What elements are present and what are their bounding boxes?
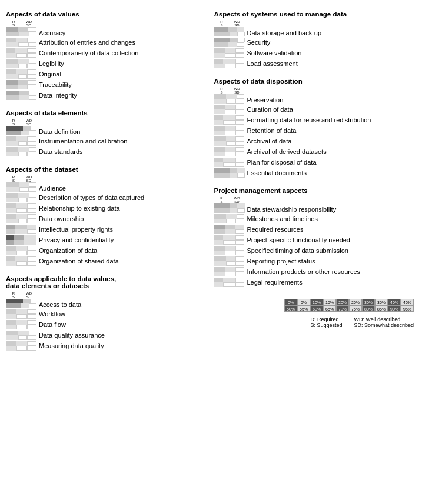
bar-segment [16, 69, 27, 74]
bar-bottom-row [6, 95, 36, 100]
item-row: Project-specific functionality needed [214, 235, 417, 245]
bar-segment [235, 240, 245, 245]
section-title: Aspects of data elements [6, 109, 208, 116]
bar-segment [27, 341, 36, 346]
bar-segment [235, 105, 245, 109]
bar-top-row [214, 126, 245, 131]
bar-segment [6, 314, 16, 319]
bar-segment [230, 32, 237, 36]
bar-segment [214, 282, 224, 287]
item-label: Project-specific functionality needed [247, 236, 350, 243]
bar-segment [6, 187, 19, 192]
legend-cell: 50% [284, 305, 297, 312]
bar-top-row [214, 246, 245, 251]
item-label: Measuring data quality [39, 342, 104, 349]
item-label: Description of types of data captured [39, 194, 144, 201]
bar-bottom-row [214, 120, 245, 125]
bar-segment [225, 64, 235, 68]
bar-segment [15, 225, 28, 229]
bar-segment [18, 80, 28, 85]
item-label: Data standards [39, 148, 83, 155]
section-title: Aspects of systems used to manage data [214, 11, 417, 18]
bar-segment [230, 208, 237, 213]
bar-segment [6, 27, 18, 32]
bar-segment [27, 141, 36, 146]
item-row: Formatting data for reuse and redistribu… [214, 115, 417, 125]
bar-segment [6, 219, 18, 223]
item-row: Attribution of entries and changes [6, 38, 208, 47]
legend-cell: 20% [336, 299, 349, 305]
item-row: Organization of data [6, 246, 208, 255]
bar-segment [27, 335, 36, 340]
section-title: Project management aspects [214, 187, 417, 194]
item-label: Data flow [39, 321, 66, 328]
bar-segment [214, 225, 225, 229]
legend-cell: 40% [388, 299, 401, 305]
item-label: Required resources [247, 226, 304, 233]
bar-group: RWDSSD [214, 20, 245, 36]
bar-segment [6, 235, 14, 240]
bar-segment [214, 59, 224, 64]
bar-bottom-row [214, 53, 245, 58]
bar-segment [237, 173, 245, 178]
bar-segment [225, 126, 235, 131]
bar-top-row [214, 147, 245, 152]
section-title: Aspects of data disposition [214, 78, 417, 85]
bar-segment [6, 325, 16, 329]
item-row: RWDSSDAudience [6, 175, 208, 192]
bar-segment [223, 162, 235, 167]
bar-bottom-row [6, 219, 36, 223]
item-row: Data ownership [6, 214, 208, 223]
bar-segment [235, 225, 245, 229]
bar-segment [16, 346, 27, 351]
bar-segment [225, 105, 235, 109]
bar-segment [235, 272, 245, 276]
bar-segment [214, 147, 225, 152]
item-row: Intellectual property rights [6, 225, 208, 234]
item-row: Instrumentation and calibration [6, 136, 208, 146]
item-row: Curation of data [214, 105, 417, 114]
bar-segment [29, 95, 36, 100]
bar-segment [214, 42, 228, 47]
bar-segment [6, 32, 19, 36]
bar-segment [214, 173, 230, 178]
bar-segment [15, 229, 28, 234]
bar-segment [223, 282, 235, 287]
bar-segment [6, 38, 16, 42]
bar-segment [18, 141, 28, 146]
bar-segment [6, 136, 16, 141]
bar-group [6, 69, 36, 79]
item-label: Data definition [39, 128, 80, 135]
item-label: Specified timing of data submission [247, 247, 348, 254]
bar-segment [214, 141, 227, 146]
bar-segment [6, 131, 21, 135]
bar-segment [6, 261, 16, 266]
legend-cell: 25% [349, 299, 362, 305]
bar-bottom-row [6, 74, 36, 79]
bar-top-row [214, 136, 245, 141]
item-label: Organization of data [39, 247, 97, 254]
legend-cell: 70% [336, 305, 349, 312]
bar-segment [235, 158, 245, 162]
bar-bottom-row [6, 42, 36, 47]
legend-col1: R: RequiredS: Suggested [310, 316, 342, 328]
item-row: Relationship to existing data [6, 203, 208, 213]
bar-group [6, 38, 36, 47]
bar-group [6, 80, 36, 89]
item-label: Information products or other resources [247, 268, 361, 275]
bar-segment [16, 314, 27, 319]
bar-segment [214, 38, 230, 42]
item-row: Security [214, 38, 417, 47]
bar-segment [214, 126, 225, 131]
bar-group: RWDSSD [214, 87, 245, 104]
bar-segment [23, 126, 31, 131]
item-label: Formatting data for reuse and redistribu… [247, 116, 371, 124]
item-label: Retention of data [247, 127, 297, 134]
bar-segment [29, 182, 36, 187]
bar-segment [235, 109, 245, 114]
bar-segment [214, 53, 225, 58]
bar-group [6, 136, 36, 146]
bar-segment [27, 85, 36, 89]
bar-segment [18, 193, 29, 198]
item-row: Archival of derived datasets [214, 147, 417, 156]
